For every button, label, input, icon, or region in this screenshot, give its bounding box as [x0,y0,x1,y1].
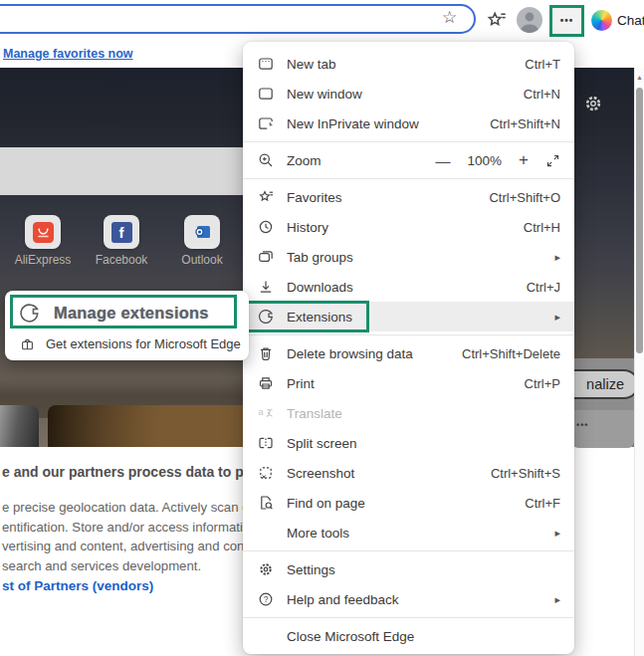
settings-and-more-button[interactable]: ••• [549,5,584,37]
copilot-icon[interactable] [591,10,612,31]
tab-groups-icon [257,249,274,266]
menu-item-favorites[interactable]: Favorites Ctrl+Shift+O [243,182,574,212]
news-card[interactable]: ••• [572,410,634,448]
menu-item-shortcut: Ctrl+J [527,280,560,295]
history-clock-icon [257,219,274,236]
tile-outlook[interactable] [184,215,220,249]
zoom-out-button[interactable]: — [436,152,451,169]
consent-line: vertising and content, advertising and c… [2,537,269,556]
address-bar[interactable] [0,4,476,34]
fullscreen-icon[interactable] [545,153,560,168]
menu-item-history[interactable]: History Ctrl+H [243,212,574,242]
menu-separator [243,550,574,551]
menu-item-shortcut: Ctrl+T [525,57,560,72]
menu-separator [243,141,574,142]
scrollbar-up-arrow-icon[interactable]: ▲ [635,74,644,81]
menu-item-print[interactable]: Print Ctrl+P [243,368,574,398]
menu-item-find-on-page[interactable]: Find on page Ctrl+F [243,488,574,518]
manage-favorites-link[interactable]: Manage favorites now [3,47,133,61]
menu-item-new-inprivate-window[interactable]: New InPrivate window Ctrl+Shift+N [243,109,574,138]
menu-item-label: Delete browsing data [287,346,462,361]
menu-item-shortcut: Ctrl+H [524,220,560,235]
svg-text:?: ? [263,594,268,604]
menu-item-delete-browsing-data[interactable]: Delete browsing data Ctrl+Shift+Delete [243,338,574,368]
find-on-page-icon [257,495,274,512]
add-favorite-star-icon[interactable]: ☆ [442,9,457,26]
zoom-in-button[interactable]: + [519,150,529,170]
printer-icon [257,375,274,392]
menu-item-new-tab[interactable]: New tab Ctrl+T [243,49,574,79]
menu-item-more-tools[interactable]: More tools ▸ [243,518,574,547]
menu-item-shortcut: Ctrl+F [525,496,560,511]
menu-item-close-microsoft-edge[interactable]: Close Microsoft Edge [243,621,574,651]
submenu-arrow-icon: ▸ [554,251,560,264]
submenu-item-get-extensions[interactable]: Get extensions for Microsoft Edge [5,329,249,357]
menu-item-extensions[interactable]: Extensions ▸ [243,302,574,331]
menu-item-label: Close Microsoft Edge [287,629,560,644]
submenu-arrow-icon: ▸ [554,527,560,540]
favorites-hub-icon[interactable] [485,9,507,31]
partners-vendors-link[interactable]: st of Partners (vendors) [2,578,153,593]
menu-item-label: Favorites [287,190,489,205]
menu-item-new-window[interactable]: New window Ctrl+N [243,79,574,109]
consent-paragraph: e precise geolocation data. Actively sca… [2,498,269,575]
edge-settings-menu: New tab Ctrl+T New window Ctrl+N New InP… [243,42,574,654]
menu-item-downloads[interactable]: Downloads Ctrl+J [243,272,574,302]
menu-item-label: More tools [287,526,546,541]
menu-item-shortcut: Ctrl+P [525,376,560,391]
consent-line: e precise geolocation data. Actively sca… [2,498,269,518]
inprivate-window-icon [257,115,274,132]
zoom-controls: — 100% + [436,150,560,170]
menu-item-label: Translate [287,406,560,421]
submenu-item-label: Get extensions for Microsoft Edge [46,336,241,351]
translate-icon: a [257,405,274,422]
submenu-item-manage-extensions[interactable]: Manage extensions [5,296,249,329]
page-scrollbar[interactable]: ▲ [634,68,644,656]
menu-separator [243,178,574,179]
menu-item-label: Zoom [287,153,436,168]
scrollbar-thumb[interactable] [636,88,643,353]
news-card-thumbnail[interactable] [0,405,39,447]
consent-line: search and services development. [2,556,269,576]
help-question-icon: ? [257,591,274,608]
submenu-arrow-icon: ▸ [554,311,560,324]
browser-window: AliExpress f Facebook Outlook ••• na [0,0,644,656]
menu-item-label: Find on page [287,496,525,511]
menu-item-shortcut: Ctrl+N [524,87,560,102]
extensions-submenu: Manage extensions Get extensions for Mic… [5,291,249,360]
menu-item-shortcut: Ctrl+Shift+Delete [462,346,560,361]
menu-item-split-screen[interactable]: Split screen [243,428,574,458]
extensions-store-icon [20,336,35,351]
tile-aliexpress[interactable] [25,215,61,249]
menu-item-help-and-feedback[interactable]: ? Help and feedback ▸ [243,584,574,614]
consent-heading: e and our partners process data to provi [2,464,269,480]
card-more-icon[interactable]: ••• [576,420,588,430]
menu-item-settings[interactable]: Settings [243,554,574,584]
menu-item-shortcut: Ctrl+Shift+N [490,116,560,131]
new-tab-icon [257,56,274,73]
outlook-icon [192,224,212,241]
menu-item-tab-groups[interactable]: Tab groups ▸ [243,242,574,272]
menu-item-shortcut: Ctrl+Shift+S [491,466,560,481]
chat-button[interactable]: Chat [617,13,644,28]
zoom-icon [257,152,274,169]
menu-item-label: Extensions [287,310,546,325]
tile-facebook[interactable]: f [104,215,139,249]
menu-item-label: Help and feedback [287,592,546,607]
facebook-icon: f [111,222,132,243]
trash-icon [257,345,274,362]
extensions-puzzle-icon [19,303,40,324]
profile-avatar[interactable] [517,7,542,33]
menu-item-label: Downloads [287,280,527,295]
menu-separator [243,617,574,618]
consent-line: entification. Store and/or access inform… [2,518,269,538]
downloads-icon [257,279,274,296]
zoom-level-value: 100% [468,153,503,168]
submenu-item-label: Manage extensions [54,304,209,323]
page-settings-gear-icon[interactable] [583,94,603,113]
menu-item-label: Settings [287,562,560,577]
menu-item-shortcut: Ctrl+Shift+O [489,190,560,205]
screenshot-icon [257,465,274,482]
menu-item-translate: a Translate [243,398,574,428]
menu-item-screenshot[interactable]: Screenshot Ctrl+Shift+S [243,458,574,488]
